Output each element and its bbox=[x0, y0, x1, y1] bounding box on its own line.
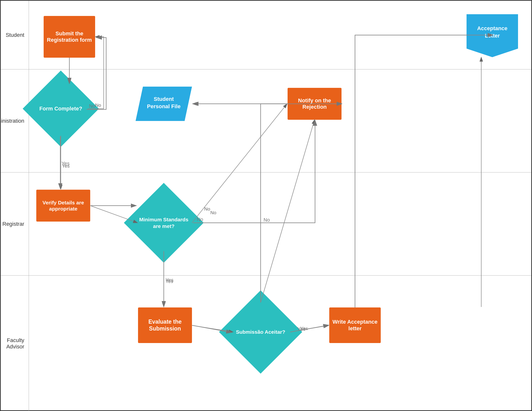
lane-admin-label: Administration bbox=[1, 69, 29, 172]
svg-text:Personal File: Personal File bbox=[147, 103, 181, 109]
verify-details-shape: Verify Details are appropriate bbox=[36, 190, 90, 222]
write-acceptance-shape: Write Acceptance letter bbox=[329, 307, 381, 343]
acceptance-letter-shape: Acceptance Letter bbox=[467, 14, 518, 57]
notify-rejection-label: Notify on the Rejection bbox=[288, 97, 342, 110]
notify-rejection-shape: Notify on the Rejection bbox=[288, 88, 342, 120]
student-personal-file-shape: Student Personal File bbox=[136, 87, 192, 121]
svg-text:Acceptance: Acceptance bbox=[477, 25, 507, 31]
svg-text:Student: Student bbox=[154, 96, 174, 102]
diagram: Student Administration Registrar Faculty… bbox=[0, 0, 532, 411]
evaluate-submission-label: Evaluate the Submission bbox=[138, 318, 192, 332]
submit-form-shape: Submit the Registration form bbox=[44, 16, 95, 58]
lane-registrar-label: Registrar bbox=[1, 172, 29, 275]
lane-student-label: Student bbox=[1, 1, 29, 69]
verify-details-label: Verify Details are appropriate bbox=[36, 199, 90, 212]
evaluate-submission-shape: Evaluate the Submission bbox=[138, 307, 192, 343]
submissao-aceitar-shape: Submissão Aceitar? bbox=[231, 303, 290, 361]
submit-form-label: Submit the Registration form bbox=[44, 30, 95, 43]
min-standards-shape: Minimum Standards are met? bbox=[136, 195, 192, 251]
min-standards-label: Minimum Standards are met? bbox=[136, 195, 192, 251]
form-complete-label: Form Complete? bbox=[34, 82, 88, 136]
lane-registrar: Registrar bbox=[1, 172, 531, 276]
write-acceptance-label: Write Acceptance letter bbox=[329, 319, 381, 332]
submissao-aceitar-label: Submissão Aceitar? bbox=[231, 303, 290, 361]
svg-text:Letter: Letter bbox=[485, 33, 500, 39]
form-complete-shape: Form Complete? bbox=[34, 82, 88, 136]
lane-faculty-label: Faculty Advisor bbox=[1, 276, 29, 411]
